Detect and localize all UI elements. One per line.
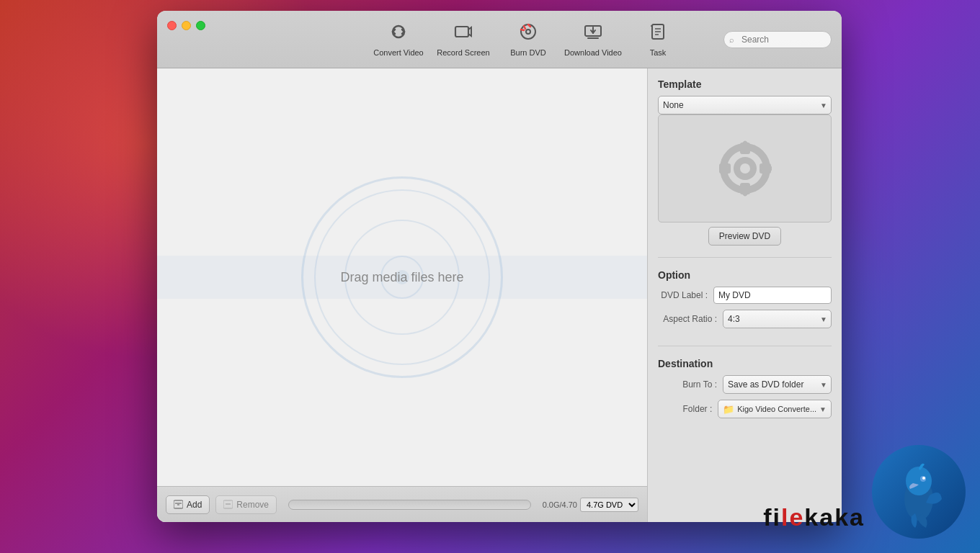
gear-preview-icon (709, 132, 781, 204)
main-window: Convert Video Record Screen (157, 11, 842, 522)
search-bar: ⌕ (723, 31, 832, 48)
burn-dvd-label: Burn DVD (510, 48, 546, 57)
right-panel: Template None Template 1 Template 2 ▼ (647, 68, 842, 522)
task-label: Task (650, 48, 667, 57)
template-section: Template None Template 1 Template 2 ▼ (658, 78, 832, 246)
progress-bar (288, 500, 531, 510)
folder-display[interactable]: 📁 Kigo Video Converte... ▼ (718, 400, 832, 418)
svg-line-6 (521, 30, 524, 30)
convert-icon (389, 22, 408, 45)
aspect-ratio-row: Aspect Ratio : 4:3 16:9 ▼ (658, 310, 832, 328)
parrot-icon (883, 456, 955, 528)
tab-download-video[interactable]: Download Video (561, 14, 625, 65)
template-select-wrapper: None Template 1 Template 2 ▼ (658, 96, 832, 114)
add-label: Add (187, 500, 202, 510)
svg-line-5 (524, 26, 525, 29)
convert-video-label: Convert Video (373, 48, 424, 57)
dvd-label-input[interactable] (713, 287, 832, 304)
add-button[interactable]: Add (166, 495, 210, 514)
aspect-ratio-select[interactable]: 4:3 16:9 (723, 310, 832, 328)
svg-point-2 (521, 24, 535, 39)
tab-task[interactable]: Task (625, 14, 690, 65)
record-icon (454, 22, 473, 45)
aspect-ratio-wrapper: 4:3 16:9 ▼ (723, 310, 832, 328)
fullscreen-button[interactable] (196, 21, 205, 30)
burn-to-label: Burn To : (658, 379, 723, 390)
template-section-title: Template (658, 78, 832, 90)
titlebar: Convert Video Record Screen (157, 11, 842, 68)
tab-burn-dvd[interactable]: Burn DVD (496, 14, 561, 65)
burn-to-row: Burn To : Save as DVD folder Burn to dis… (658, 375, 832, 394)
burn-icon (519, 22, 538, 45)
svg-rect-0 (455, 27, 468, 37)
download-video-label: Download Video (564, 48, 622, 57)
preview-dvd-button[interactable]: Preview DVD (708, 227, 781, 246)
dvd-label-label: DVD Label : (658, 290, 713, 300)
capacity-display: 0.0G/4.70 4.7G DVD 8.5G DVD 25G BD 50G B… (543, 498, 638, 512)
drop-area[interactable]: Drag media files here (157, 68, 647, 486)
template-select[interactable]: None Template 1 Template 2 (658, 96, 832, 114)
divider-2 (658, 346, 832, 346)
add-icon (174, 500, 183, 509)
svg-point-3 (526, 30, 530, 34)
task-icon (649, 22, 667, 45)
parrot-logo (872, 445, 966, 539)
download-icon (584, 22, 602, 45)
minimize-button[interactable] (182, 21, 191, 30)
svg-point-34 (920, 476, 926, 482)
remove-label: Remove (236, 500, 269, 510)
tab-convert-video[interactable]: Convert Video (366, 14, 431, 65)
tab-record-screen[interactable]: Record Screen (431, 14, 496, 65)
destination-section: Destination Burn To : Save as DVD folder… (658, 358, 832, 424)
folder-row: Folder : 📁 Kigo Video Converte... ▼ (658, 400, 832, 418)
drop-text: Drag media files here (340, 270, 463, 285)
capacity-dropdown[interactable]: 4.7G DVD 8.5G DVD 25G BD 50G BD (580, 498, 638, 512)
svg-point-33 (906, 467, 932, 495)
dvd-label-row: DVD Label : (658, 287, 832, 304)
remove-button[interactable]: Remove (215, 495, 277, 514)
folder-value: Kigo Video Converte... (737, 405, 816, 413)
folder-icon: 📁 (723, 404, 734, 415)
destination-section-title: Destination (658, 358, 832, 369)
close-button[interactable] (167, 21, 177, 30)
remove-icon (223, 500, 233, 509)
burn-to-wrapper: Save as DVD folder Burn to disc Save as … (723, 375, 832, 394)
divider-1 (658, 257, 832, 258)
search-icon: ⌕ (729, 35, 734, 44)
folder-wrapper: 📁 Kigo Video Converte... ▼ (718, 400, 832, 418)
option-section-title: Option (658, 269, 832, 281)
aspect-ratio-label: Aspect Ratio : (658, 314, 723, 324)
svg-point-35 (922, 477, 925, 480)
burn-to-select[interactable]: Save as DVD folder Burn to disc Save as … (723, 375, 832, 394)
svg-marker-1 (468, 27, 471, 36)
svg-point-32 (904, 477, 933, 521)
record-screen-label: Record Screen (437, 48, 489, 57)
template-preview (658, 114, 832, 222)
option-section: Option DVD Label : Aspect Ratio : 4:3 16… (658, 269, 832, 334)
svg-point-22 (740, 163, 750, 174)
search-input[interactable] (723, 31, 832, 48)
media-panel: Drag media files here Add (157, 68, 647, 522)
content-area: Drag media files here Add (157, 68, 842, 522)
traffic-lights (157, 21, 205, 30)
folder-label: Folder : (658, 404, 718, 414)
template-select-row: None Template 1 Template 2 ▼ (658, 96, 832, 114)
folder-arrow: ▼ (819, 405, 827, 413)
bottom-bar: Add Remove 0.0G/4.70 4.7G DVD (157, 486, 647, 522)
capacity-text: 0.0G/4.70 (543, 500, 577, 509)
